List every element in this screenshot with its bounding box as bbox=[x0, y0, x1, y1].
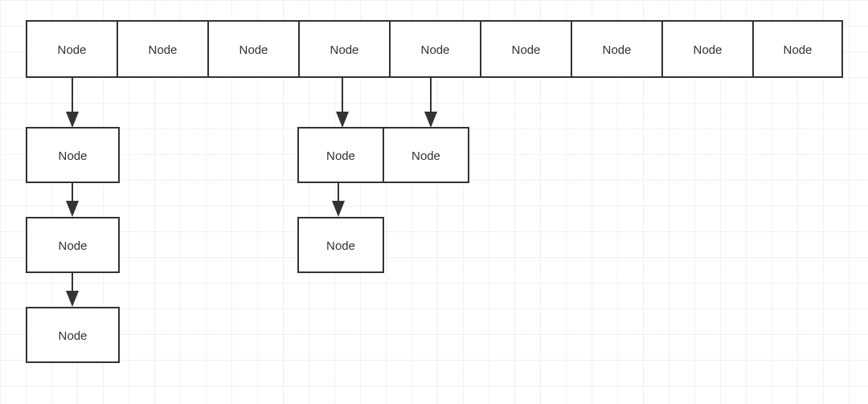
node-label: Node bbox=[512, 43, 541, 56]
node-label: Node bbox=[694, 43, 723, 56]
mid-group-right: Node bbox=[383, 127, 469, 183]
top-row: Node Node Node Node Node Node Node Node … bbox=[26, 20, 843, 78]
top-cell-4: Node bbox=[389, 20, 480, 78]
top-cell-6: Node bbox=[571, 20, 661, 78]
diagram-canvas: Node Node Node Node Node Node Node Node … bbox=[0, 0, 868, 404]
node-label: Node bbox=[411, 149, 440, 162]
top-cell-3: Node bbox=[298, 20, 389, 78]
node-label: Node bbox=[421, 43, 450, 56]
left-chain-node-1: Node bbox=[26, 127, 120, 183]
node-label: Node bbox=[784, 43, 813, 56]
top-cell-5: Node bbox=[480, 20, 571, 78]
node-label: Node bbox=[330, 43, 359, 56]
top-cell-8: Node bbox=[752, 20, 843, 78]
node-label: Node bbox=[326, 239, 355, 252]
top-cell-0: Node bbox=[26, 20, 117, 78]
node-label: Node bbox=[58, 43, 87, 56]
node-label: Node bbox=[59, 329, 88, 342]
node-label: Node bbox=[59, 239, 88, 252]
node-label: Node bbox=[59, 149, 88, 162]
node-label: Node bbox=[603, 43, 632, 56]
node-label: Node bbox=[240, 43, 268, 56]
node-label: Node bbox=[326, 149, 355, 162]
top-cell-7: Node bbox=[661, 20, 752, 78]
top-cell-2: Node bbox=[207, 20, 298, 78]
left-chain-node-3: Node bbox=[26, 307, 120, 363]
top-cell-1: Node bbox=[117, 20, 207, 78]
node-label: Node bbox=[149, 43, 178, 56]
mid-group-below: Node bbox=[297, 217, 384, 273]
left-chain-node-2: Node bbox=[26, 217, 120, 273]
mid-group-left: Node bbox=[297, 127, 384, 183]
